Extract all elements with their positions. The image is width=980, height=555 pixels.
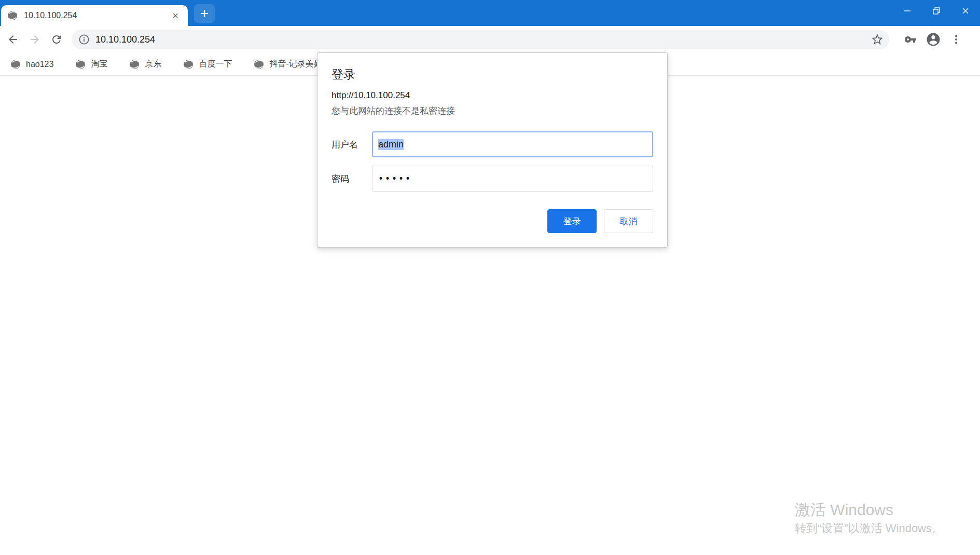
- reload-icon[interactable]: [48, 31, 65, 48]
- cancel-button[interactable]: 取消: [604, 209, 653, 233]
- menu-dots-icon[interactable]: [947, 31, 965, 48]
- dialog-buttons: 登录 取消: [332, 209, 653, 233]
- bookmark-taobao[interactable]: 淘宝: [72, 56, 111, 73]
- browser-titlebar: 10.10.100.254 × +: [0, 0, 980, 26]
- windows-activation-watermark: 激活 Windows 转到“设置”以激活 Windows。: [795, 500, 943, 536]
- password-row: 密码 •••••: [332, 166, 653, 192]
- username-row: 用户名 admin: [332, 131, 653, 157]
- password-key-icon[interactable]: [902, 31, 919, 48]
- browser-tab[interactable]: 10.10.100.254 ×: [1, 5, 188, 26]
- bookmark-star-icon[interactable]: [871, 33, 884, 46]
- globe-icon: [10, 59, 21, 70]
- username-input[interactable]: admin: [372, 131, 653, 157]
- password-input[interactable]: •••••: [372, 166, 653, 192]
- profile-avatar-icon[interactable]: [924, 31, 942, 48]
- watermark-subtitle: 转到“设置”以激活 Windows。: [795, 521, 943, 536]
- tab-title: 10.10.100.254: [24, 11, 169, 20]
- globe-favicon-icon: [7, 10, 18, 21]
- username-label: 用户名: [332, 139, 372, 151]
- dialog-security-warning: 您与此网站的连接不是私密连接: [332, 105, 653, 117]
- password-label: 密码: [332, 173, 372, 185]
- dialog-origin-url: http://10.10.100.254: [332, 90, 653, 101]
- restore-button[interactable]: [922, 0, 951, 22]
- tab-close-icon[interactable]: ×: [169, 9, 182, 22]
- new-tab-button[interactable]: +: [194, 4, 215, 23]
- back-icon[interactable]: [4, 31, 22, 48]
- login-button[interactable]: 登录: [547, 209, 597, 233]
- globe-icon: [75, 59, 86, 70]
- globe-icon: [183, 59, 194, 70]
- bookmark-label: 京东: [145, 59, 161, 70]
- close-window-button[interactable]: [951, 0, 980, 22]
- url-text[interactable]: 10.10.100.254: [95, 34, 871, 45]
- globe-icon: [254, 59, 264, 70]
- minimize-button[interactable]: [893, 0, 922, 22]
- password-value: •••••: [378, 173, 412, 184]
- username-value: admin: [378, 139, 404, 150]
- bookmark-label: 淘宝: [91, 59, 107, 70]
- toolbar-right: [896, 31, 965, 48]
- globe-icon: [129, 59, 140, 70]
- bookmark-hao123[interactable]: hao123: [7, 56, 57, 73]
- bookmark-baidu[interactable]: 百度一下: [180, 56, 235, 73]
- bookmark-label: hao123: [26, 60, 53, 69]
- forward-icon[interactable]: [26, 31, 44, 48]
- page-info-icon[interactable]: [78, 33, 90, 46]
- dialog-title: 登录: [332, 66, 653, 82]
- watermark-title: 激活 Windows: [795, 500, 943, 520]
- address-bar[interactable]: 10.10.100.254: [72, 30, 889, 49]
- window-controls: [893, 0, 980, 22]
- bookmark-label: 百度一下: [199, 59, 232, 70]
- auth-dialog: 登录 http://10.10.100.254 您与此网站的连接不是私密连接 用…: [317, 52, 668, 248]
- bookmark-jd[interactable]: 京东: [126, 56, 164, 73]
- navigation-bar: 10.10.100.254: [0, 26, 980, 53]
